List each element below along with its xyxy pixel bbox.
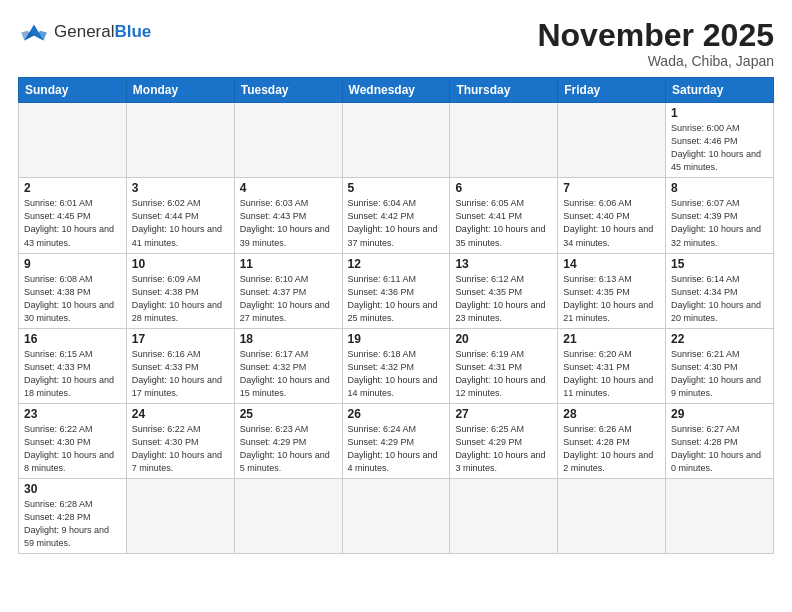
calendar-cell: 2Sunrise: 6:01 AMSunset: 4:45 PMDaylight… [19,178,127,253]
day-number: 4 [240,181,337,195]
day-info: Sunrise: 6:05 AMSunset: 4:41 PMDaylight:… [455,197,552,249]
calendar-week-row: 23Sunrise: 6:22 AMSunset: 4:30 PMDayligh… [19,403,774,478]
calendar-cell: 11Sunrise: 6:10 AMSunset: 4:37 PMDayligh… [234,253,342,328]
day-info: Sunrise: 6:07 AMSunset: 4:39 PMDaylight:… [671,197,768,249]
calendar-cell [666,479,774,554]
day-info: Sunrise: 6:03 AMSunset: 4:43 PMDaylight:… [240,197,337,249]
day-number: 7 [563,181,660,195]
calendar-cell: 5Sunrise: 6:04 AMSunset: 4:42 PMDaylight… [342,178,450,253]
day-info: Sunrise: 6:09 AMSunset: 4:38 PMDaylight:… [132,273,229,325]
day-number: 2 [24,181,121,195]
calendar-cell [558,479,666,554]
calendar-cell: 6Sunrise: 6:05 AMSunset: 4:41 PMDaylight… [450,178,558,253]
day-number: 5 [348,181,445,195]
calendar-cell: 29Sunrise: 6:27 AMSunset: 4:28 PMDayligh… [666,403,774,478]
day-number: 16 [24,332,121,346]
calendar-cell [234,103,342,178]
calendar-cell [342,103,450,178]
calendar-cell: 16Sunrise: 6:15 AMSunset: 4:33 PMDayligh… [19,328,127,403]
calendar-cell [19,103,127,178]
day-number: 12 [348,257,445,271]
calendar-cell: 4Sunrise: 6:03 AMSunset: 4:43 PMDaylight… [234,178,342,253]
day-number: 22 [671,332,768,346]
calendar-cell: 8Sunrise: 6:07 AMSunset: 4:39 PMDaylight… [666,178,774,253]
day-info: Sunrise: 6:10 AMSunset: 4:37 PMDaylight:… [240,273,337,325]
calendar-cell [342,479,450,554]
day-number: 19 [348,332,445,346]
weekday-header-row: Sunday Monday Tuesday Wednesday Thursday… [19,78,774,103]
calendar-cell: 13Sunrise: 6:12 AMSunset: 4:35 PMDayligh… [450,253,558,328]
header: GeneralBlue November 2025 Wada, Chiba, J… [18,18,774,69]
calendar-cell: 9Sunrise: 6:08 AMSunset: 4:38 PMDaylight… [19,253,127,328]
day-info: Sunrise: 6:24 AMSunset: 4:29 PMDaylight:… [348,423,445,475]
header-tuesday: Tuesday [234,78,342,103]
day-number: 30 [24,482,121,496]
month-title: November 2025 [537,18,774,53]
day-number: 1 [671,106,768,120]
calendar-cell: 21Sunrise: 6:20 AMSunset: 4:31 PMDayligh… [558,328,666,403]
calendar-cell: 26Sunrise: 6:24 AMSunset: 4:29 PMDayligh… [342,403,450,478]
calendar-cell: 19Sunrise: 6:18 AMSunset: 4:32 PMDayligh… [342,328,450,403]
day-info: Sunrise: 6:28 AMSunset: 4:28 PMDaylight:… [24,498,121,550]
day-number: 27 [455,407,552,421]
day-number: 20 [455,332,552,346]
header-friday: Friday [558,78,666,103]
logo-icon [18,18,50,46]
calendar-cell: 27Sunrise: 6:25 AMSunset: 4:29 PMDayligh… [450,403,558,478]
calendar-cell [450,479,558,554]
calendar-cell: 25Sunrise: 6:23 AMSunset: 4:29 PMDayligh… [234,403,342,478]
day-info: Sunrise: 6:18 AMSunset: 4:32 PMDaylight:… [348,348,445,400]
day-number: 24 [132,407,229,421]
day-number: 23 [24,407,121,421]
day-info: Sunrise: 6:02 AMSunset: 4:44 PMDaylight:… [132,197,229,249]
day-number: 15 [671,257,768,271]
calendar-cell: 24Sunrise: 6:22 AMSunset: 4:30 PMDayligh… [126,403,234,478]
calendar-cell [450,103,558,178]
calendar-week-row: 30Sunrise: 6:28 AMSunset: 4:28 PMDayligh… [19,479,774,554]
logo-text: GeneralBlue [54,23,151,42]
calendar-cell: 30Sunrise: 6:28 AMSunset: 4:28 PMDayligh… [19,479,127,554]
calendar-cell: 12Sunrise: 6:11 AMSunset: 4:36 PMDayligh… [342,253,450,328]
day-number: 26 [348,407,445,421]
day-info: Sunrise: 6:11 AMSunset: 4:36 PMDaylight:… [348,273,445,325]
day-number: 17 [132,332,229,346]
day-number: 6 [455,181,552,195]
day-info: Sunrise: 6:06 AMSunset: 4:40 PMDaylight:… [563,197,660,249]
calendar-cell: 23Sunrise: 6:22 AMSunset: 4:30 PMDayligh… [19,403,127,478]
calendar-cell: 15Sunrise: 6:14 AMSunset: 4:34 PMDayligh… [666,253,774,328]
day-info: Sunrise: 6:04 AMSunset: 4:42 PMDaylight:… [348,197,445,249]
calendar-week-row: 9Sunrise: 6:08 AMSunset: 4:38 PMDaylight… [19,253,774,328]
day-info: Sunrise: 6:16 AMSunset: 4:33 PMDaylight:… [132,348,229,400]
day-info: Sunrise: 6:14 AMSunset: 4:34 PMDaylight:… [671,273,768,325]
calendar-cell: 20Sunrise: 6:19 AMSunset: 4:31 PMDayligh… [450,328,558,403]
day-info: Sunrise: 6:00 AMSunset: 4:46 PMDaylight:… [671,122,768,174]
day-info: Sunrise: 6:19 AMSunset: 4:31 PMDaylight:… [455,348,552,400]
day-info: Sunrise: 6:17 AMSunset: 4:32 PMDaylight:… [240,348,337,400]
location: Wada, Chiba, Japan [537,53,774,69]
day-number: 25 [240,407,337,421]
calendar-cell [126,103,234,178]
day-number: 9 [24,257,121,271]
calendar-cell: 22Sunrise: 6:21 AMSunset: 4:30 PMDayligh… [666,328,774,403]
header-sunday: Sunday [19,78,127,103]
calendar-week-row: 1Sunrise: 6:00 AMSunset: 4:46 PMDaylight… [19,103,774,178]
calendar-table: Sunday Monday Tuesday Wednesday Thursday… [18,77,774,554]
day-info: Sunrise: 6:13 AMSunset: 4:35 PMDaylight:… [563,273,660,325]
header-wednesday: Wednesday [342,78,450,103]
calendar-cell [126,479,234,554]
day-number: 14 [563,257,660,271]
calendar-cell: 28Sunrise: 6:26 AMSunset: 4:28 PMDayligh… [558,403,666,478]
day-number: 8 [671,181,768,195]
day-info: Sunrise: 6:26 AMSunset: 4:28 PMDaylight:… [563,423,660,475]
day-info: Sunrise: 6:22 AMSunset: 4:30 PMDaylight:… [24,423,121,475]
day-info: Sunrise: 6:27 AMSunset: 4:28 PMDaylight:… [671,423,768,475]
day-info: Sunrise: 6:25 AMSunset: 4:29 PMDaylight:… [455,423,552,475]
day-number: 3 [132,181,229,195]
header-thursday: Thursday [450,78,558,103]
day-number: 10 [132,257,229,271]
day-number: 21 [563,332,660,346]
page: GeneralBlue November 2025 Wada, Chiba, J… [0,0,792,612]
calendar-week-row: 16Sunrise: 6:15 AMSunset: 4:33 PMDayligh… [19,328,774,403]
calendar-cell: 14Sunrise: 6:13 AMSunset: 4:35 PMDayligh… [558,253,666,328]
calendar-week-row: 2Sunrise: 6:01 AMSunset: 4:45 PMDaylight… [19,178,774,253]
